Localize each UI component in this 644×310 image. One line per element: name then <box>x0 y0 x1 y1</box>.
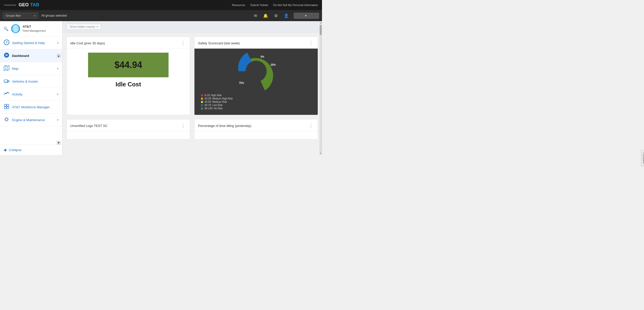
sidebar-nav: ? Getting Started & Help ▾ Dashboard Map… <box>0 37 62 145</box>
help-icon: ? <box>4 40 10 46</box>
idle-cost-menu-button[interactable]: ⋮ <box>180 40 186 46</box>
mail-icon: ✉ <box>254 14 257 18</box>
safety-menu-button[interactable]: ⋮ <box>308 40 314 46</box>
vehicles-label: Vehicles & Assets <box>12 80 59 83</box>
time-idling-menu-button[interactable]: ⋮ <box>308 122 314 129</box>
show-hidden-reports-button[interactable]: Show hidden reports ▾ <box>66 24 101 30</box>
sidebar-item-getting-started[interactable]: ? Getting Started & Help ▾ <box>0 37 62 49</box>
low-risk-label: 60-79: Low Risk <box>205 104 223 107</box>
bell-icon: 🔔 <box>263 14 268 18</box>
collapse-button[interactable]: ◀ Collapse <box>0 145 62 155</box>
brand-subtitle: Fleet Management <box>23 29 46 32</box>
sidebar-item-activity[interactable]: Activity ▾ <box>0 88 62 101</box>
svg-point-10 <box>6 55 7 56</box>
safety-title: Safety Scorecard (last week) <box>198 41 240 45</box>
unverified-logs-card: Unverified Logs TEST SC ⋮ <box>66 119 190 140</box>
scrollbar-right[interactable]: ▲ ▼ <box>319 21 322 155</box>
gear-icon-button[interactable]: ⚙ <box>273 12 279 19</box>
activity-icon <box>4 91 10 97</box>
unverified-logs-menu-button[interactable]: ⋮ <box>180 122 186 129</box>
dashboard-grid: Idle Cost (prev 30 days) ⋮ $44.94 Idle C… <box>62 32 322 144</box>
safety-card-body: 0% 25% 75% 0-19: High Risk <box>194 49 318 115</box>
mail-icon-button[interactable]: ✉ <box>253 12 258 19</box>
search-icon: 🔍 <box>4 26 9 31</box>
brand-title: AT&T <box>23 25 46 29</box>
idle-cost-value-box: $44.94 <box>88 53 169 77</box>
user-menu-arrow: ▾ <box>305 14 307 17</box>
scroll-thumb[interactable] <box>320 25 322 35</box>
content-header: Show hidden reports ▾ <box>62 21 322 32</box>
unverified-logs-body <box>67 131 190 139</box>
scroll-up-arrow[interactable]: ▲ <box>319 21 322 24</box>
getting-started-label: Getting Started & Help <box>12 41 55 45</box>
activity-arrow: ▾ <box>57 93 59 96</box>
brand-area: Powered by GEO TAB <box>4 2 46 8</box>
medium-label: 40-59: Medium Risk <box>205 100 227 103</box>
legend-item-low-risk: 60-79: Low Risk <box>201 104 311 107</box>
workforce-label: AT&T Workforce Manager <box>12 105 59 109</box>
bell-icon-button[interactable]: 🔔 <box>262 12 269 19</box>
groups-filter-button[interactable]: Groups filter ▾ <box>3 13 38 19</box>
sidebar: 🔍 AT&T Fleet Management <box>0 21 62 155</box>
geotab-logo: GEO TAB <box>19 2 46 7</box>
high-risk-dot <box>201 94 203 96</box>
map-icon <box>4 65 10 72</box>
do-not-sell-link[interactable]: Do Not Sell My Personal Information <box>273 4 318 7</box>
svg-text:25%: 25% <box>271 63 276 66</box>
activity-label: Activity <box>12 92 55 96</box>
vehicles-icon <box>4 78 10 85</box>
resources-link[interactable]: Resources <box>232 4 245 7</box>
donut-chart-container: 0% 25% 75% 0-19: High Risk <box>197 51 315 112</box>
time-idling-card: Percentage of time idling (yesterday) ⋮ <box>194 119 318 140</box>
safety-card-header: Safety Scorecard (last week) ⋮ <box>194 37 318 49</box>
top-nav-links: Resources Submit Tickets Do Not Sell My … <box>232 4 318 7</box>
time-idling-title: Percentage of time idling (yesterday) <box>198 124 251 128</box>
user-menu-button[interactable]: ▾ <box>294 13 319 19</box>
att-logo <box>11 24 20 33</box>
legend-item-medium: 40-59: Medium Risk <box>201 100 311 103</box>
time-idling-body <box>194 131 318 139</box>
sidebar-brand: AT&T Fleet Management <box>11 24 46 33</box>
svg-marker-11 <box>4 65 9 71</box>
getting-started-arrow: ▾ <box>57 41 59 45</box>
sidebar-item-workforce[interactable]: AT&T Workforce Manager <box>0 101 62 114</box>
no-risk-dot <box>201 108 203 110</box>
gear-icon: ⚙ <box>274 14 278 18</box>
svg-text:0%: 0% <box>261 55 264 58</box>
idle-cost-card-body: $44.94 Idle Cost <box>67 49 190 92</box>
groups-filter-label: Groups filter <box>6 14 21 17</box>
sidebar-item-engine[interactable]: Engine & Maintenance ▾ <box>0 114 62 126</box>
svg-text:TAB: TAB <box>30 2 39 7</box>
legend-item-high-risk: 0-19: High Risk <box>201 94 311 97</box>
sidebar-scroll-up[interactable]: ▲ <box>57 54 61 58</box>
donut-chart: 0% 25% 75% <box>233 51 279 91</box>
no-risk-label: 80-100: No Risk <box>205 107 223 110</box>
dashboard-icon <box>4 52 10 59</box>
idle-cost-title: Idle Cost (prev 30 days) <box>70 41 105 45</box>
medium-dot <box>201 101 203 103</box>
sidebar-item-map[interactable]: Map ▾ <box>0 62 62 75</box>
unverified-logs-header: Unverified Logs TEST SC ⋮ <box>67 119 190 131</box>
sidebar-scroll-down[interactable]: ▼ <box>57 141 61 145</box>
all-groups-text: All groups selected <box>41 14 67 17</box>
scroll-down-arrow[interactable]: ▼ <box>319 152 322 155</box>
legend-item-no-risk: 80-100: No Risk <box>201 107 311 110</box>
engine-icon <box>4 117 10 123</box>
svg-text:75%: 75% <box>239 82 244 84</box>
filter-bar-right: ✉ 🔔 ⚙ 👤 ▾ <box>253 12 319 19</box>
show-hidden-label: Show hidden reports <box>70 25 95 28</box>
sidebar-item-dashboard[interactable]: Dashboard <box>0 49 62 62</box>
svg-text:GEO: GEO <box>19 2 29 7</box>
safety-scorecard-card: Safety Scorecard (last week) ⋮ <box>194 37 318 115</box>
filter-bar: Groups filter ▾ All groups selected ✉ 🔔 … <box>0 10 322 21</box>
powered-by-text: Powered by <box>4 4 16 7</box>
high-risk-label: 0-19: High Risk <box>205 94 222 97</box>
engine-arrow: ▾ <box>57 118 59 122</box>
submit-tickets-link[interactable]: Submit Tickets <box>250 4 268 7</box>
map-label: Map <box>12 67 55 71</box>
show-hidden-arrow: ▾ <box>97 25 98 28</box>
user-icon-button[interactable]: 👤 <box>283 12 290 19</box>
groups-filter-arrow: ▾ <box>34 14 35 17</box>
sidebar-item-vehicles[interactable]: Vehicles & Assets <box>0 75 62 88</box>
svg-point-16 <box>5 82 6 83</box>
